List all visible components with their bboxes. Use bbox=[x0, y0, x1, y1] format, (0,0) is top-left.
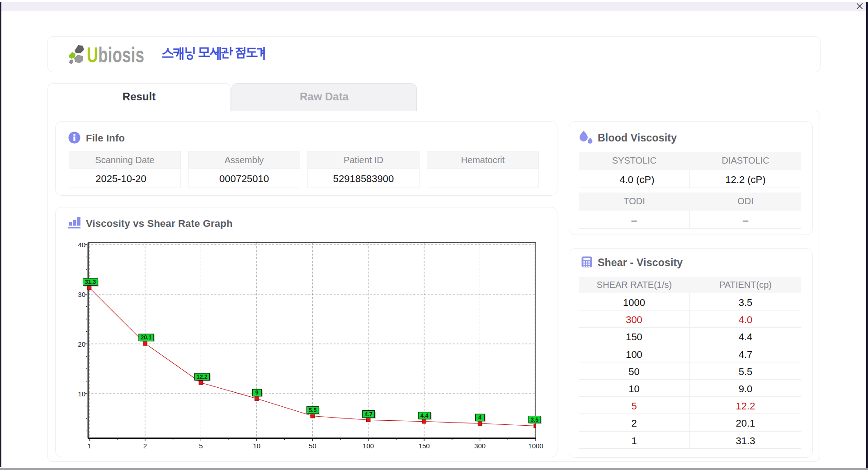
svg-text:1: 1 bbox=[87, 442, 91, 450]
svg-text:5.5: 5.5 bbox=[309, 407, 316, 414]
svg-text:30: 30 bbox=[78, 291, 85, 298]
svg-text:100: 100 bbox=[363, 442, 374, 450]
svg-text:4.4: 4.4 bbox=[420, 413, 428, 419]
svg-text:20: 20 bbox=[78, 340, 85, 348]
svg-text:12.2: 12.2 bbox=[197, 374, 208, 380]
svg-text:4.7: 4.7 bbox=[365, 411, 373, 418]
svg-text:50: 50 bbox=[309, 442, 316, 450]
svg-text:3.5: 3.5 bbox=[531, 417, 538, 423]
svg-text:9: 9 bbox=[255, 390, 259, 396]
svg-text:40: 40 bbox=[78, 241, 85, 249]
svg-text:1000: 1000 bbox=[528, 442, 543, 450]
svg-text:20.1: 20.1 bbox=[141, 334, 151, 341]
svg-text:300: 300 bbox=[474, 442, 486, 450]
svg-text:4: 4 bbox=[478, 414, 481, 421]
svg-text:10: 10 bbox=[78, 390, 85, 398]
svg-text:5: 5 bbox=[199, 442, 203, 450]
svg-text:2: 2 bbox=[143, 442, 147, 450]
svg-text:150: 150 bbox=[419, 442, 430, 450]
svg-text:31.3: 31.3 bbox=[85, 279, 96, 285]
svg-text:10: 10 bbox=[253, 442, 260, 450]
